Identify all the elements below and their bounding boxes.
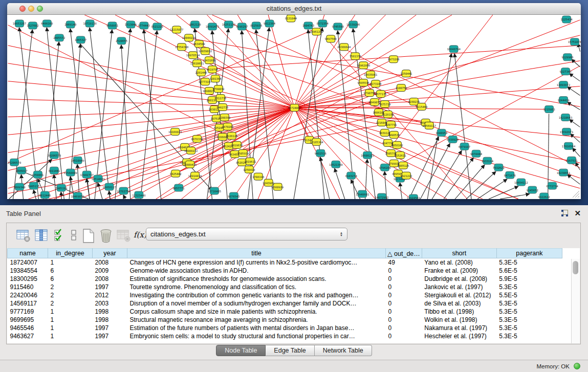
table-cell[interactable]: Changes of HCN gene expression and I(f) … [127,258,386,267]
graph-node[interactable]: 2933114 [482,157,494,164]
graph-edge[interactable] [454,54,471,199]
table-cell[interactable]: 19384554 [8,267,48,275]
graph-node[interactable]: 1513044 [125,21,137,28]
table-cell[interactable]: Yano et al. (2008) [422,258,496,267]
graph-node[interactable]: 1095817 [15,167,27,174]
table-cell[interactable]: Nakamura et al. (1997) [422,324,496,332]
graph-node[interactable]: 9012446 [39,191,51,199]
graph-node[interactable]: 1505919 [237,149,249,157]
graph-node[interactable]: 10521340 [329,161,342,168]
network-graph[interactable]: 1065328715276026466160240557220691401065… [7,15,581,199]
graph-node[interactable]: 7581378 [350,53,361,60]
table-row[interactable]: 1872400712008Changes of HCN gene express… [8,258,562,267]
table-cell[interactable]: Disruption of a novel member of a sodium… [127,299,386,308]
graph-edge[interactable] [61,192,61,199]
table-row[interactable]: 977716911998Corpus callosum shape and si… [8,308,562,316]
graph-node[interactable]: 9619796 [206,66,218,73]
graph-edge[interactable] [294,15,355,107]
graph-edge[interactable] [571,134,580,142]
table-cell[interactable]: 5.3E-5 [496,324,562,332]
table-row[interactable]: 1830029562008Estimation of significance … [8,275,562,283]
graph-node[interactable]: 9198297 [236,23,248,30]
table-cell[interactable]: 5.3E-5 [496,299,562,308]
graph-node[interactable]: 8103274 [345,172,358,179]
graph-edge[interactable] [43,42,59,199]
graph-node[interactable]: 16914479 [188,172,202,179]
graph-node[interactable]: 3215953 [543,106,555,113]
graph-node[interactable]: 12215077 [170,26,183,33]
graph-node[interactable]: 9129966 [561,54,573,61]
graph-node[interactable]: 16782759 [117,187,130,194]
column-header[interactable]: short [422,249,496,258]
table-cell[interactable]: 5.3E-5 [496,283,562,291]
table-scrollbar-thumb[interactable] [573,261,578,274]
graph-edge[interactable] [8,107,294,117]
graph-edge[interactable] [109,191,110,199]
graph-node[interactable]: 1152611 [394,151,406,159]
graph-node[interactable]: 1708198 [252,173,264,180]
graph-edge[interactable] [432,150,462,199]
table-cell[interactable]: 1 [48,308,93,316]
table-cell[interactable]: 9699695 [8,316,48,324]
graph-node[interactable]: 1250441 [400,70,412,77]
graph-node[interactable]: 1128150 [382,111,394,118]
graph-edge[interactable] [500,194,530,199]
graph-edge[interactable] [54,107,294,199]
graph-node[interactable]: 1350061 [32,171,43,178]
table-cell[interactable]: Structural magnetic resonance image aver… [127,316,386,324]
graph-node[interactable]: 1640954 [435,129,448,136]
graph-edge[interactable] [568,87,580,96]
table-cell[interactable]: 2 [48,283,93,291]
table-cell[interactable]: 9777169 [8,308,48,316]
table-cell[interactable]: 2008 [93,258,127,267]
graph-node[interactable]: 1125434 [560,16,573,23]
table-cell[interactable]: 2009 [93,267,127,275]
graph-edge[interactable] [571,59,580,67]
graph-edge[interactable] [115,29,130,199]
graph-edge[interactable] [399,66,580,165]
table-cell[interactable]: 2012 [93,291,127,299]
table-cell[interactable]: 6 [48,275,93,283]
table-cell[interactable]: 49 [386,258,422,267]
table-cell[interactable]: 5.9E-5 [496,275,562,283]
table-cell[interactable]: 14569117 [8,299,48,308]
graph-node[interactable]: 9115460 [416,103,427,111]
graph-node[interactable]: 1875719 [379,101,390,108]
table-row[interactable]: 946554611997Estimation of the future num… [8,324,562,332]
graph-edge[interactable] [568,102,580,110]
table-cell[interactable]: 5.3E-5 [496,332,562,340]
graph-node[interactable]: 16608223 [361,151,374,159]
graph-node[interactable]: 2520655 [116,37,127,45]
table-cell[interactable]: Genome-wide association studies in ADHD. [127,267,386,275]
row-options-icon[interactable] [70,228,78,243]
graph-node[interactable]: 7425402 [170,170,182,177]
graph-node[interactable]: 1019611 [244,158,256,165]
table-row[interactable]: 946362711997Embryonic stem cells: a mode… [8,332,562,340]
table-cell[interactable]: 1997 [93,283,127,291]
table-cell[interactable]: 5.6E-5 [496,267,562,275]
graph-node[interactable]: 1100753 [395,84,407,92]
graph-node[interactable]: 3911441 [48,167,60,174]
table-cell[interactable]: 5.3E-5 [496,308,562,316]
graph-node[interactable]: 12940601 [356,190,369,198]
graph-edge[interactable] [466,171,496,199]
graph-edge[interactable] [8,124,387,193]
table-cell[interactable]: 1997 [93,324,127,332]
table-row[interactable]: 1938455462009Genome-wide association stu… [8,267,562,275]
table-cell[interactable]: 1998 [93,316,127,324]
graph-node[interactable]: 9474444 [470,150,483,157]
table-cell[interactable]: 1998 [93,308,127,316]
graph-edge[interactable] [8,46,294,108]
graph-node[interactable]: 8471676 [504,171,516,179]
graph-node[interactable]: 7799039 [212,85,224,93]
table-cell[interactable]: 0 [386,324,422,332]
graph-node[interactable]: 15635061 [364,71,377,78]
graph-node[interactable]: 2173188 [370,80,382,87]
graph-node[interactable]: 1085125 [397,162,409,169]
graph-node[interactable]: 10391471 [206,23,219,30]
graph-node[interactable]: 1577175 [375,91,386,98]
graph-node[interactable]: 8572354 [317,20,329,27]
graph-node[interactable]: 9774443 [138,22,150,29]
graph-node[interactable]: 2405572 [53,34,65,41]
graph-node[interactable]: 9585536 [358,79,369,86]
